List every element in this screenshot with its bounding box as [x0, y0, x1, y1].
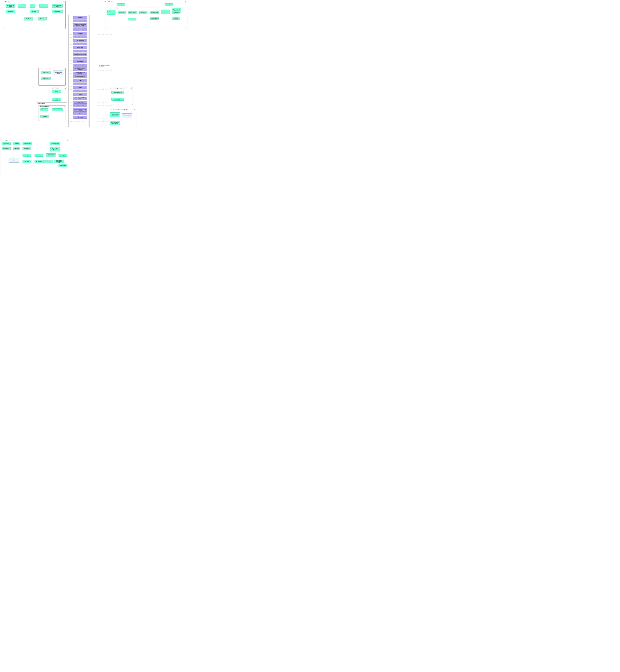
integrated-personnel-node[interactable]: Integrated Personnel User Experience [73, 72, 87, 74]
accessibility-node[interactable]: Accessibility [73, 16, 87, 19]
border-management-node[interactable]: Border Management [150, 17, 159, 20]
data-integration-pipeline-node[interactable]: Data Integration Pipeline Manager [50, 147, 60, 151]
schedule-management-title: Schedule Management Enablers [110, 88, 125, 89]
eu-legislation-label: EU Localisation Framework compliance [99, 65, 112, 67]
data-exchange2-node[interactable]: Data Exchange [41, 77, 51, 80]
schedule-expand-icon[interactable]: ⊞ [131, 88, 132, 89]
data-quality2-node[interactable]: Data Quality [22, 160, 31, 163]
content-management-node[interactable]: Content Management [50, 142, 60, 145]
data-extraction2-node[interactable]: Data Extraction, Transformation and Load… [54, 160, 64, 163]
accounting-node[interactable]: Accounting [172, 17, 180, 20]
distributed-ledger-node[interactable]: Distributed Ledger [52, 108, 63, 111]
once-only-node[interactable]: Once Only [73, 83, 87, 86]
data-persistence2-node[interactable]: Data Persistence [2, 147, 10, 150]
public-admin-single2-node[interactable]: Public Administration Single Window [110, 121, 120, 125]
blockchain1-node[interactable]: Blockchain [40, 108, 48, 111]
multilingualism-node[interactable]: Multilingualism [73, 79, 87, 82]
admin-simplification-node[interactable]: Administrative Simplification [73, 19, 87, 22]
registration-node[interactable]: Registration [140, 11, 147, 14]
api-discovery-node[interactable]: API Discovery and Catalogue [6, 4, 15, 8]
data-extraction1-node[interactable]: Data Extraction, Transformation and Load… [46, 153, 56, 157]
digital-sovereignty-node[interactable]: Digital sovereignty and autonomy [73, 53, 87, 56]
transparency-internal-node[interactable]: Transparency of internal information sys… [73, 108, 87, 112]
web-service-node[interactable]: Web Service [30, 10, 39, 13]
eu-legislation-compliance-node[interactable]: EU Legislation Compliance [73, 64, 87, 66]
security-enablers-title: Security Enablers [105, 1, 113, 2]
identification-node[interactable]: Identification [24, 17, 33, 20]
authentication1-node[interactable]: Authentication [118, 11, 126, 14]
schedule2-node[interactable]: Schedule Management [111, 98, 124, 101]
trust-central-node[interactable]: Trust [73, 112, 87, 115]
audit2-node[interactable]: Audit [165, 3, 173, 6]
service-directory-node[interactable]: Service Discovery and Registry [52, 4, 62, 8]
digital-partnership-node[interactable]: Digital Partnership [73, 60, 87, 63]
privacy-central-node[interactable]: Privacy [73, 93, 87, 96]
privacy1-node[interactable]: Privacy [52, 90, 61, 93]
blockchain2-node[interactable]: BlockChain [40, 115, 49, 118]
data-exchange-title: Data Exchange Enablers [40, 68, 51, 69]
blockchain-enablers-section: Blockchain Enablers ⊞ Blockchain Distrib… [39, 105, 66, 121]
service-orientation-node[interactable]: Service Orientation [73, 104, 87, 107]
data-integration2-node[interactable]: Data Integration [58, 164, 67, 167]
ux-expand-icon[interactable]: ⊞ [134, 109, 135, 110]
service-registry2-node[interactable]: Service Registry [52, 10, 62, 13]
api-catalogue1-node[interactable]: API Catalogue [18, 4, 26, 8]
transaction-management-node[interactable]: Transaction Management [43, 160, 53, 163]
privacy2-node[interactable]: Privacy [52, 98, 61, 101]
data-mgmt-expand-icon[interactable]: ⊞ [67, 140, 68, 141]
tdk-ux-node[interactable]: TDK User Experience Enablers [122, 113, 132, 118]
data-governance-node[interactable]: Data Governance [22, 147, 31, 150]
loosely-coupled-node[interactable]: Loosely coupled Integration [73, 75, 87, 78]
data-policy-engine-node[interactable]: Data Policy Engine [22, 142, 32, 145]
data-sovereignty-node[interactable]: Data Sovereignty [73, 50, 87, 52]
privacy-enablers-expand-icon[interactable]: ⊞ [65, 88, 66, 89]
blockchain-expand-icon[interactable]: ⊞ [64, 106, 65, 107]
schedule1-node[interactable]: Schedule Management [111, 91, 124, 94]
digital-first-node[interactable]: Digital First [73, 57, 87, 59]
security-enablers-expand-icon[interactable]: ⊞ [185, 1, 186, 3]
security-by-design-node[interactable]: Security by Design [73, 101, 87, 104]
data-quality1-node[interactable]: Data Quality [22, 154, 31, 157]
audit1-node[interactable]: Audit [117, 3, 125, 6]
public-admin-single1-node[interactable]: Public Administration Single Window [110, 112, 120, 117]
request-validation-node[interactable]: Request Validation [128, 11, 137, 14]
service-registry1-node[interactable]: Service Registry [39, 4, 48, 8]
data-interoperability-node[interactable]: Data Interoperability [73, 39, 87, 42]
streaming-node[interactable]: Streaming [38, 17, 47, 20]
identification-sec-node[interactable]: Identification [128, 17, 136, 20]
api-enablers-title: API Enablers [5, 1, 10, 2]
data-persistence1-node[interactable]: Data Persistence [2, 142, 10, 145]
data-integration1-node[interactable]: Data Integration [58, 154, 67, 157]
data-portability1-node[interactable]: Data Portability [73, 43, 87, 45]
right-vertical-bar [89, 15, 90, 127]
tdk-data-mgmt-node[interactable]: TDK Data Management Enablers [9, 158, 19, 163]
data-exchange1-node[interactable]: Data Exchange [41, 71, 51, 74]
trust-enablers-section: Trust Enablers Blockchain Enablers ⊞ Blo… [37, 102, 67, 123]
data-policy-node[interactable]: Data Policy [13, 142, 20, 145]
convergence-seq-node[interactable]: Convergence sequence of public policy go… [73, 23, 87, 27]
api-catalogue2-node[interactable]: API Catalogue [6, 10, 15, 13]
data-accessibility-node[interactable]: Data Accessibility [73, 32, 87, 35]
reuse-before-buy-node[interactable]: Reuse, Before Buy, Before Build [73, 97, 87, 100]
data-exchange-expand-icon[interactable]: ⊞ [63, 68, 64, 70]
identity-management-node[interactable]: Identity Management [161, 10, 170, 14]
api-enablers-expand-icon[interactable]: ⊞ [63, 1, 64, 3]
preservation-node[interactable]: Preservation of Information [73, 90, 87, 93]
openness-node[interactable]: Openness [73, 86, 87, 89]
main-canvas: API Enablers ⊞ API Discovery and Catalog… [0, 0, 192, 208]
ux-management-section: User Experience Management Enablers ⊞ Pu… [109, 109, 136, 128]
eu-localisation-node[interactable]: EU Localisation Framework compliance [73, 67, 87, 71]
user-centricity-node[interactable]: User centricity [73, 116, 87, 119]
data-findability-node[interactable]: Data Findability [73, 36, 87, 38]
data-contract-node[interactable]: Data Contract [13, 147, 20, 150]
tdk-data-exchange-node[interactable]: TDK Data Exchange Enablers [53, 70, 63, 75]
centralised-id-node[interactable]: Centralised Identity Management [172, 8, 181, 12]
convergence-control-node[interactable]: Convergence control on public policy goa… [73, 28, 87, 31]
security-enablers-section: Security Enablers ⊞ Audit Audit Identifi… [104, 1, 187, 29]
api-node[interactable]: API [30, 4, 35, 8]
data-reusability-node[interactable]: Data Reusability [73, 46, 87, 49]
data-management1-node[interactable]: Data Management [35, 154, 43, 157]
data-management2-node[interactable]: Data Management [35, 160, 43, 163]
access-management-node[interactable]: Access Management [150, 11, 159, 14]
title-id-node[interactable]: Title Identification and Access [107, 10, 115, 14]
